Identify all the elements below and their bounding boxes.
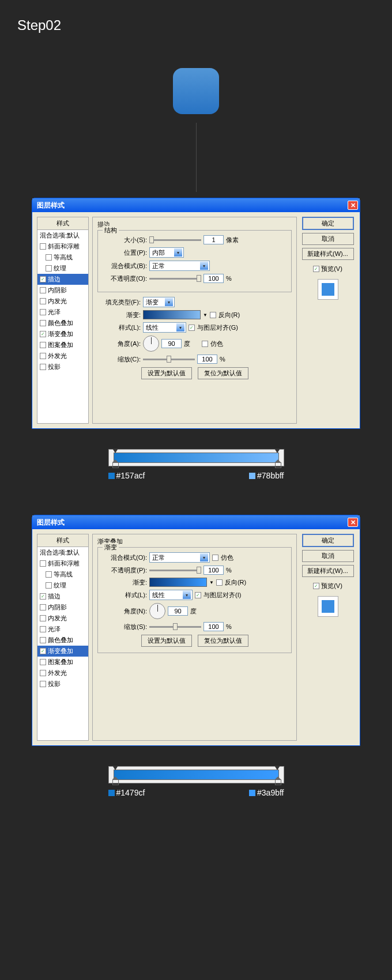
gradient-picker[interactable]: [149, 578, 207, 587]
opacity-slider[interactable]: [149, 570, 201, 571]
opacity-stop-left[interactable]: [112, 766, 118, 771]
align-label: 与图层对齐(G): [197, 323, 238, 332]
angle-input[interactable]: [161, 339, 182, 348]
color-stop-left[interactable]: [112, 459, 118, 467]
style-gradient-overlay[interactable]: 渐变叠加: [37, 646, 88, 657]
opacity-stop-right[interactable]: [274, 766, 280, 771]
angle-unit: 度: [190, 607, 197, 616]
new-style-button[interactable]: 新建样式(W)...: [302, 565, 354, 577]
align-label: 与图层对齐(I): [203, 591, 241, 600]
style-inner-glow[interactable]: 内发光: [37, 296, 88, 307]
style-color-overlay[interactable]: 颜色叠加: [37, 635, 88, 646]
scale-slider[interactable]: [143, 359, 195, 360]
titlebar[interactable]: 图层样式 ✕: [32, 198, 360, 212]
style-satin[interactable]: 光泽: [37, 624, 88, 635]
gradient-picker[interactable]: [143, 310, 201, 319]
style-inner-shadow[interactable]: 内阴影: [37, 602, 88, 613]
style-stroke[interactable]: 描边: [37, 591, 88, 602]
styles-header: 样式: [37, 534, 88, 547]
set-default-button[interactable]: 设置为默认值: [141, 635, 192, 647]
preview-swatch: [318, 596, 338, 617]
reset-default-button[interactable]: 复位为默认值: [198, 635, 248, 647]
align-checkbox[interactable]: [195, 592, 201, 598]
dither-checkbox[interactable]: [212, 555, 218, 561]
style-drop-shadow[interactable]: 投影: [37, 679, 88, 689]
color-stop-right[interactable]: [275, 459, 280, 467]
style-contour[interactable]: 等高线: [37, 252, 88, 263]
angle-input[interactable]: [168, 606, 188, 616]
grad1-color1: #157acf: [108, 471, 145, 480]
blend-options-default[interactable]: 混合选项:默认: [37, 547, 88, 558]
style-contour[interactable]: 等高线: [37, 569, 88, 580]
opacity-unit: %: [226, 567, 232, 574]
angle-dial[interactable]: [149, 603, 165, 619]
opacity-input[interactable]: [203, 566, 224, 575]
style-texture[interactable]: 纹理: [37, 263, 88, 274]
blend-mode-select[interactable]: 正常▾: [149, 552, 210, 563]
blend-mode-select[interactable]: 正常▾: [149, 261, 210, 271]
size-slider[interactable]: [149, 239, 201, 241]
reset-default-button[interactable]: 复位为默认值: [198, 367, 248, 379]
reverse-checkbox[interactable]: [216, 579, 223, 586]
style-color-overlay[interactable]: 颜色叠加: [37, 318, 88, 329]
color-stop-right[interactable]: [275, 777, 280, 784]
preview-checkbox[interactable]: [313, 266, 319, 272]
close-icon[interactable]: ✕: [348, 518, 358, 527]
align-checkbox[interactable]: [189, 325, 195, 331]
scale-input[interactable]: [203, 622, 224, 631]
style-drop-shadow[interactable]: 投影: [37, 361, 88, 372]
style-label: 样式(L):: [104, 591, 147, 600]
opacity-stop-right[interactable]: [274, 448, 280, 454]
ok-button[interactable]: 确定: [302, 217, 354, 230]
scale-slider[interactable]: [149, 626, 201, 628]
color-stop-left[interactable]: [112, 777, 118, 784]
connector-line: [196, 123, 197, 192]
style-bevel[interactable]: 斜面和浮雕: [37, 558, 88, 569]
style-stroke[interactable]: 描边: [37, 274, 88, 285]
position-select[interactable]: 内部▾: [149, 247, 184, 258]
fill-type-select[interactable]: 渐变▾: [143, 297, 175, 307]
reverse-checkbox[interactable]: [210, 312, 216, 318]
size-input[interactable]: [203, 235, 224, 244]
gradient-style-select[interactable]: 线性▾: [149, 590, 193, 600]
new-style-button[interactable]: 新建样式(W)...: [302, 248, 354, 260]
scale-unit: %: [220, 356, 225, 363]
style-outer-glow[interactable]: 外发光: [37, 350, 88, 361]
scale-label: 缩放(S):: [104, 623, 147, 631]
scale-input[interactable]: [197, 355, 217, 364]
style-pattern-overlay[interactable]: 图案叠加: [37, 657, 88, 668]
grad2-color2: #3a9bff: [249, 788, 284, 797]
grad2-color1: #1479cf: [108, 788, 145, 797]
angle-label: 角度(A):: [97, 340, 141, 348]
style-satin[interactable]: 光泽: [37, 307, 88, 318]
style-gradient-overlay[interactable]: 渐变叠加: [37, 329, 88, 340]
cancel-button[interactable]: 取消: [302, 550, 354, 562]
titlebar[interactable]: 图层样式 ✕: [32, 515, 360, 529]
opacity-unit: %: [226, 275, 232, 282]
style-bevel[interactable]: 斜面和浮雕: [37, 241, 88, 252]
style-inner-glow[interactable]: 内发光: [37, 613, 88, 624]
style-texture[interactable]: 纹理: [37, 580, 88, 591]
styles-list: 样式 混合选项:默认 斜面和浮雕 等高线 纹理 描边 内阴影 内发光 光泽 颜色…: [37, 534, 89, 741]
opacity-input[interactable]: [203, 274, 224, 283]
reverse-label: 反向(R): [218, 311, 240, 319]
cancel-button[interactable]: 取消: [302, 233, 354, 245]
opacity-label: 不透明度(P):: [104, 566, 147, 575]
style-inner-shadow[interactable]: 内阴影: [37, 285, 88, 296]
opacity-label: 不透明度(O):: [104, 274, 147, 283]
gradient-style-select[interactable]: 线性▾: [143, 322, 186, 333]
dither-checkbox[interactable]: [202, 341, 208, 347]
blend-options-default[interactable]: 混合选项:默认: [37, 230, 88, 241]
stroke-section-title: 描边: [97, 220, 292, 229]
ok-button[interactable]: 确定: [302, 534, 354, 547]
close-icon[interactable]: ✕: [348, 201, 358, 210]
preview-label: 预览(V): [321, 582, 342, 590]
opacity-slider[interactable]: [149, 278, 201, 280]
preview-checkbox[interactable]: [313, 583, 319, 589]
layer-style-dialog-gradient: 图层样式 ✕ 样式 混合选项:默认 斜面和浮雕 等高线 纹理 描边 内阴影 内发…: [32, 515, 360, 746]
opacity-stop-left[interactable]: [112, 448, 118, 454]
style-outer-glow[interactable]: 外发光: [37, 668, 88, 679]
style-pattern-overlay[interactable]: 图案叠加: [37, 340, 88, 350]
set-default-button[interactable]: 设置为默认值: [141, 367, 192, 379]
angle-dial[interactable]: [143, 336, 159, 352]
